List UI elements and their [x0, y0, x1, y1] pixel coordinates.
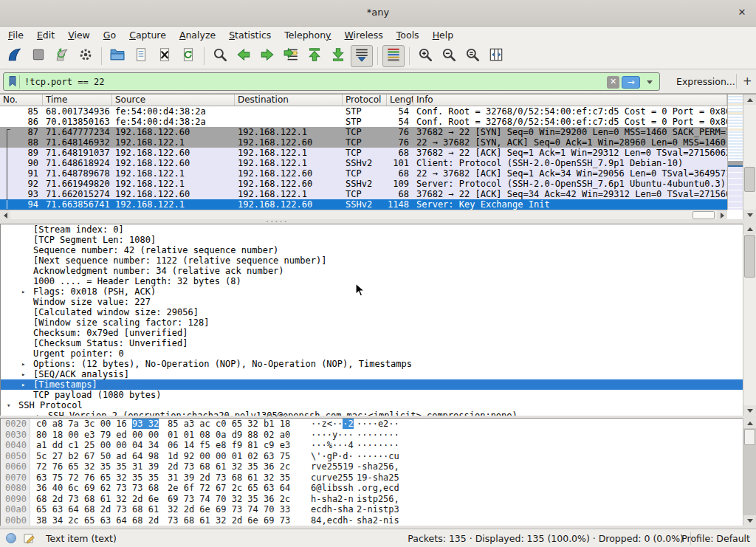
detail-line[interactable]: [Stream index: 0]: [1, 224, 756, 235]
hex-row[interactable]: 00a065 63 64 68 2d 73 68 6132 2d 6e 69 7…: [1, 504, 756, 515]
capture-stop-button[interactable]: [27, 45, 49, 67]
hex-row[interactable]: 00b038 34 2c 65 63 64 68 2d73 68 61 32 2…: [1, 515, 756, 526]
hex-ascii-1[interactable]: ···%···4: [311, 440, 354, 451]
hex-row[interactable]: 0020c0 a8 7a 3c 00 16 93 3285 a3 ac c0 6…: [1, 419, 756, 430]
zoom-out-button[interactable]: [438, 45, 460, 67]
scrollbar-thumb[interactable]: [744, 235, 755, 278]
packet-row[interactable]: 8568.001734936fe:54:00:d4:38:2aSTP54Conf…: [0, 106, 727, 117]
hex-ascii-2[interactable]: .org,ecd: [357, 483, 399, 494]
capture-start-button[interactable]: [4, 45, 26, 67]
menu-statistics[interactable]: Statistics: [222, 28, 278, 42]
hex-ascii-2[interactable]: 19-sha25: [357, 472, 399, 484]
add-filter-button[interactable]: +: [743, 75, 752, 88]
hex-ascii-1[interactable]: ····y···: [311, 430, 354, 441]
packet-row[interactable]: 8971.648191037192.168.122.60192.168.122.…: [0, 148, 727, 158]
go-to-packet-button[interactable]: [280, 45, 302, 67]
file-open-button[interactable]: [106, 45, 128, 67]
menu-help[interactable]: Help: [426, 28, 461, 42]
hex-ascii-2[interactable]: sha2-nis: [357, 515, 399, 526]
go-forward-button[interactable]: [256, 45, 278, 67]
detail-line[interactable]: Sequence number: 42 (relative sequence n…: [1, 245, 756, 255]
expression-button[interactable]: Expression...: [676, 76, 735, 87]
hex-ascii-2[interactable]: ····e2··: [357, 419, 399, 430]
detail-line[interactable]: Acknowledgment number: 34 (relative ack …: [1, 266, 756, 276]
display-filter-input[interactable]: [24, 74, 453, 89]
hscrollbar-thumb[interactable]: [693, 211, 715, 219]
menu-edit[interactable]: Edit: [30, 28, 61, 42]
display-filter-box[interactable]: ✕ →: [3, 72, 660, 91]
packet-row[interactable]: 9271.661949820192.168.122.1192.168.122.6…: [0, 179, 727, 189]
detail-line[interactable]: 1000 .... = Header Length: 32 bytes (8): [1, 276, 756, 286]
hex-bytes-1[interactable]: 72 76 65 32 35 35 31 39: [36, 461, 159, 472]
packet-row[interactable]: 9071.648618924192.168.122.60192.168.122.…: [0, 158, 727, 168]
filter-dropdown-caret-icon[interactable]: [647, 80, 653, 84]
menu-wireless[interactable]: Wireless: [338, 28, 390, 42]
hex-ascii-2[interactable]: 2-nistp3: [357, 504, 399, 515]
collapsed-arrow-icon[interactable]: ▸: [36, 410, 40, 416]
detail-line[interactable]: [Window size scaling factor: 128]: [1, 317, 756, 328]
column-header-source[interactable]: Source: [112, 94, 235, 106]
scroll-down-icon[interactable]: [743, 515, 756, 526]
detail-line[interactable]: [TCP Segment Len: 1080]: [1, 235, 756, 245]
packet-row[interactable]: 9471.663856741192.168.122.1192.168.122.6…: [0, 199, 727, 210]
hex-bytes-2[interactable]: 06 14 f5 e8 f9 81 c9 e3: [168, 440, 290, 451]
hex-row[interactable]: 00505c 27 b2 67 50 ad 64 981d 92 00 00 0…: [1, 451, 756, 462]
packet-list-hscrollbar[interactable]: [0, 210, 727, 220]
menu-view[interactable]: View: [61, 28, 97, 42]
packet-row[interactable]: 8771.647777234192.168.122.60192.168.122.…: [0, 127, 727, 137]
clear-filter-icon[interactable]: ✕: [607, 76, 619, 89]
hex-ascii-1[interactable]: ··z<···2: [311, 419, 354, 430]
hex-bytes-2[interactable]: 1d 92 00 00 01 02 63 75: [168, 451, 290, 462]
column-header-length[interactable]: Length: [387, 94, 413, 106]
collapsed-arrow-icon[interactable]: ▸: [21, 369, 25, 379]
hex-ascii-1[interactable]: 84,ecdh-: [311, 515, 354, 526]
hex-ascii-2[interactable]: -sha256,: [357, 461, 399, 472]
go-back-button[interactable]: [233, 45, 255, 67]
packet-row[interactable]: 9171.648789678192.168.122.1192.168.122.6…: [0, 168, 727, 179]
title-bar[interactable]: *any ✕: [0, 0, 756, 27]
hex-ascii-1[interactable]: curve255: [311, 472, 354, 484]
menu-tools[interactable]: Tools: [390, 28, 426, 42]
zoom-reset-button[interactable]: [461, 45, 484, 67]
hex-ascii-2[interactable]: ······cu: [357, 451, 399, 462]
hex-ascii-1[interactable]: 6@libssh: [311, 483, 354, 494]
hex-ascii-1[interactable]: h-sha2-n: [311, 494, 354, 505]
file-close-button[interactable]: [154, 45, 176, 67]
column-header-no[interactable]: No.: [0, 94, 43, 106]
hex-bytes-2[interactable]: 2d 73 68 61 32 35 36 2c: [168, 461, 290, 472]
hex-bytes-1[interactable]: 68 2d 73 68 61 32 2d 6e: [36, 494, 159, 505]
close-icon[interactable]: ✕: [735, 6, 749, 19]
bookmark-icon[interactable]: [7, 75, 20, 89]
collapsed-arrow-icon[interactable]: ▸: [21, 379, 25, 390]
column-header-protocol[interactable]: Protocol: [343, 94, 387, 106]
hex-ascii-1[interactable]: rve25519: [311, 461, 354, 472]
packet-row[interactable]: 8871.648146932192.168.122.1192.168.122.6…: [0, 137, 727, 148]
status-profile[interactable]: Profile: Default: [681, 533, 750, 544]
expanded-arrow-icon[interactable]: ▾: [7, 400, 10, 410]
hex-bytes-1[interactable]: 63 75 72 76 65 32 35 35: [36, 472, 159, 484]
scroll-up-icon[interactable]: [743, 418, 756, 428]
hex-bytes-1[interactable]: 80 18 00 e3 79 ed 00 00: [36, 430, 159, 441]
collapsed-arrow-icon[interactable]: ▸: [21, 286, 25, 297]
apply-filter-icon[interactable]: →: [622, 76, 640, 89]
colorize-packets-button[interactable]: [382, 45, 405, 67]
resize-columns-button[interactable]: [485, 45, 507, 67]
hex-bytes-1[interactable]: 5c 27 b2 67 50 ad 64 98: [36, 451, 159, 462]
detail-line[interactable]: ▸Options: (12 bytes), No-Operation (NOP)…: [1, 359, 756, 369]
column-header-destination[interactable]: Destination: [235, 94, 343, 106]
hex-bytes-2[interactable]: 01 01 08 0a d9 88 02 a0: [168, 430, 290, 441]
detail-line[interactable]: [Calculated window size: 29056]: [1, 307, 756, 317]
detail-line[interactable]: [Next sequence number: 1122 (relative se…: [1, 255, 756, 266]
capture-restart-button[interactable]: [51, 45, 73, 67]
hex-bytes-2[interactable]: 73 68 61 32 2d 6e 69 73: [168, 515, 290, 526]
menu-telephony[interactable]: Telephony: [278, 28, 337, 42]
details-vscrollbar[interactable]: [743, 224, 756, 416]
detail-line[interactable]: TCP payload (1080 bytes): [1, 390, 756, 400]
detail-line[interactable]: ▾SSH Protocol: [1, 400, 756, 410]
detail-line[interactable]: ▸[SEQ/ACK analysis]: [1, 369, 756, 379]
hex-ascii-1[interactable]: ecdh-sha: [311, 504, 354, 515]
detail-line[interactable]: Checksum: 0x79ed [unverified]: [1, 328, 756, 338]
go-last-button[interactable]: [327, 45, 349, 67]
scrollbar-thumb[interactable]: [744, 167, 755, 192]
file-reload-button[interactable]: [177, 45, 199, 67]
